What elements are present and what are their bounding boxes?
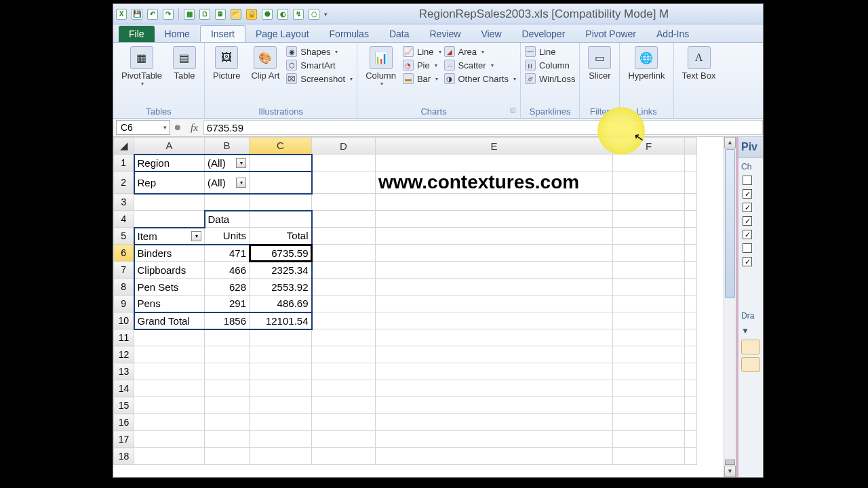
col-header-f[interactable]: F bbox=[613, 138, 685, 155]
cell-c9[interactable]: 486.69 bbox=[250, 296, 312, 312]
worksheet-grid[interactable]: ◢ A B C D E F 1 Region (All)▾ 2 Rep bbox=[113, 137, 697, 465]
qat-icon-7[interactable]: ◐ bbox=[277, 9, 288, 20]
row-header-4[interactable]: 4 bbox=[114, 211, 134, 228]
row-header-10[interactable]: 10 bbox=[114, 312, 134, 329]
column-chart-button[interactable]: 📊Column▾ bbox=[361, 45, 400, 88]
cell-c10[interactable]: 12101.54 bbox=[250, 312, 312, 329]
cell-b8[interactable]: 628 bbox=[205, 279, 250, 296]
smartart-button[interactable]: ⬡SmartArt bbox=[286, 60, 353, 70]
sparkline-line-button[interactable]: 〰Line bbox=[525, 46, 575, 57]
field-checkbox-5[interactable] bbox=[743, 243, 752, 253]
undo-icon[interactable]: ↶ bbox=[147, 9, 158, 20]
cell-a8[interactable]: Pen Sets bbox=[134, 279, 205, 296]
col-header-a[interactable]: A bbox=[134, 138, 205, 155]
qat-icon-4[interactable]: 📂 bbox=[231, 9, 241, 20]
field-checkbox-0[interactable] bbox=[743, 176, 752, 185]
cell-b5[interactable]: Units bbox=[205, 228, 250, 245]
tab-file[interactable]: File bbox=[119, 26, 155, 42]
name-box[interactable]: C6▾ bbox=[116, 120, 170, 135]
cell-c6[interactable]: 6735.59 bbox=[250, 245, 312, 262]
scroll-down-arrow[interactable]: ▼ bbox=[724, 466, 736, 477]
shapes-button[interactable]: ◉Shapes▾ bbox=[286, 46, 353, 57]
bar-chart-button[interactable]: ▬Bar▾ bbox=[403, 73, 441, 84]
tab-home[interactable]: Home bbox=[155, 26, 200, 42]
select-all-corner[interactable]: ◢ bbox=[114, 138, 134, 155]
clipart-button[interactable]: 🎨Clip Art bbox=[247, 45, 283, 82]
cell-b10[interactable]: 1856 bbox=[205, 312, 250, 329]
row-header-2[interactable]: 2 bbox=[114, 171, 134, 194]
field-checkbox-2[interactable]: ✓ bbox=[743, 203, 752, 212]
row-header-5[interactable]: 5 bbox=[114, 228, 134, 245]
vertical-scrollbar[interactable]: ▲ ▼ bbox=[724, 137, 736, 477]
cell-b9[interactable]: 291 bbox=[205, 296, 250, 312]
qat-icon-6[interactable]: ⬣ bbox=[262, 9, 273, 20]
cell-b7[interactable]: 466 bbox=[205, 262, 250, 279]
cell-a9[interactable]: Pens bbox=[134, 296, 205, 312]
item-filter-dropdown[interactable]: ▾ bbox=[191, 231, 201, 241]
col-header-d[interactable]: D bbox=[312, 138, 376, 155]
row-header-6[interactable]: 6 bbox=[114, 245, 134, 262]
tab-review[interactable]: Review bbox=[420, 26, 471, 42]
field-checkbox-6[interactable]: ✓ bbox=[743, 257, 752, 266]
row-header-8[interactable]: 8 bbox=[114, 279, 134, 296]
region-filter-dropdown[interactable]: ▾ bbox=[236, 158, 246, 168]
cell-c5[interactable]: Total bbox=[250, 228, 312, 245]
qat-icon-8[interactable]: ↯ bbox=[293, 9, 304, 20]
fx-icon[interactable]: fx bbox=[185, 122, 203, 134]
table-button[interactable]: ▤Table bbox=[169, 45, 200, 82]
area-chart-button[interactable]: ◢Area▾ bbox=[444, 46, 516, 57]
cell-b2[interactable]: (All)▾ bbox=[205, 171, 250, 194]
cell-c8[interactable]: 2553.92 bbox=[250, 279, 312, 296]
fx-cancel-icon[interactable]: ⏺ bbox=[170, 123, 185, 132]
save-icon[interactable]: 💾 bbox=[132, 9, 142, 20]
row-header-1[interactable]: 1 bbox=[114, 155, 134, 171]
drop-zone-1[interactable] bbox=[741, 340, 760, 354]
pie-chart-button[interactable]: ◔Pie▾ bbox=[403, 60, 441, 70]
col-header-c[interactable]: C bbox=[250, 138, 312, 155]
cell-c2[interactable] bbox=[250, 171, 312, 194]
tab-view[interactable]: View bbox=[471, 26, 511, 42]
line-chart-button[interactable]: 📈Line▾ bbox=[403, 46, 441, 57]
picture-button[interactable]: 🖼Picture bbox=[209, 45, 244, 82]
row-header-9[interactable]: 9 bbox=[114, 296, 134, 312]
row-header-7[interactable]: 7 bbox=[114, 262, 134, 279]
hyperlink-button[interactable]: 🌐Hyperlink bbox=[624, 45, 669, 82]
charts-dialog-launcher[interactable]: ◱ bbox=[510, 106, 516, 113]
row-header-3[interactable]: 3 bbox=[114, 194, 134, 211]
slicer-button[interactable]: ▭Slicer bbox=[584, 45, 615, 82]
tab-insert[interactable]: Insert bbox=[200, 25, 245, 42]
tab-developer[interactable]: Developer bbox=[512, 26, 576, 42]
tab-formulas[interactable]: Formulas bbox=[319, 26, 379, 42]
cell-a6[interactable]: Binders bbox=[134, 245, 205, 262]
other-charts-button[interactable]: ◑Other Charts▾ bbox=[444, 73, 516, 84]
redo-icon[interactable]: ↷ bbox=[163, 9, 174, 20]
field-checkbox-1[interactable]: ✓ bbox=[743, 189, 752, 199]
cell-b4[interactable]: Data bbox=[205, 211, 250, 228]
cell-a2[interactable]: Rep bbox=[134, 171, 205, 194]
tab-pivot-power[interactable]: Pivot Power bbox=[575, 26, 646, 42]
qat-icon-2[interactable]: 🗋 bbox=[199, 9, 210, 20]
drop-zone-2[interactable] bbox=[741, 357, 760, 372]
cell-b1[interactable]: (All)▾ bbox=[205, 155, 250, 171]
tab-add-ins[interactable]: Add-Ins bbox=[646, 26, 699, 42]
cell-b6[interactable]: 471 bbox=[205, 245, 250, 262]
cell-a5[interactable]: Item▾ bbox=[134, 228, 205, 245]
cell-c1[interactable] bbox=[250, 155, 312, 171]
col-header-e[interactable]: E bbox=[376, 138, 613, 155]
col-header-b[interactable]: B bbox=[205, 138, 250, 155]
field-checkbox-4[interactable]: ✓ bbox=[743, 230, 752, 239]
qat-icon-5[interactable]: 🔒 bbox=[246, 9, 257, 20]
tab-page-layout[interactable]: Page Layout bbox=[245, 26, 319, 42]
pivottable-button[interactable]: ▦PivotTable▾ bbox=[117, 45, 166, 88]
formula-input[interactable]: 6735.59 bbox=[203, 120, 763, 135]
split-handle[interactable] bbox=[725, 460, 735, 465]
rep-filter-dropdown[interactable]: ▾ bbox=[236, 178, 246, 188]
qat-icon-1[interactable]: ▦ bbox=[184, 9, 195, 20]
field-checkbox-3[interactable]: ✓ bbox=[743, 216, 752, 226]
scroll-up-arrow[interactable]: ▲ bbox=[724, 137, 736, 148]
sparkline-winloss-button[interactable]: ⫻Win/Loss bbox=[525, 73, 575, 84]
screenshot-button[interactable]: ⌧Screenshot▾ bbox=[286, 73, 353, 84]
cell-a7[interactable]: Clipboards bbox=[134, 262, 205, 279]
qat-icon-3[interactable]: 🗎 bbox=[215, 9, 226, 20]
scatter-chart-button[interactable]: ∴Scatter▾ bbox=[444, 60, 516, 70]
